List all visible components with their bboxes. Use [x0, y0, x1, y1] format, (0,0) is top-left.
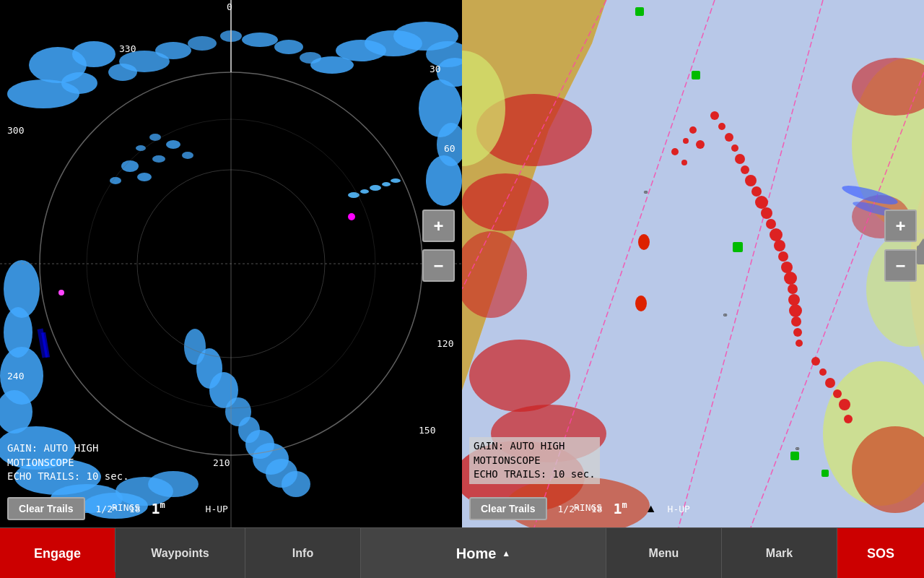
- svg-text:210: 210: [213, 457, 230, 468]
- svg-point-119: [796, 340, 803, 347]
- svg-text:300: 300: [7, 125, 24, 136]
- chart-zoom-in-button[interactable]: +: [884, 210, 917, 242]
- svg-point-113: [784, 272, 797, 285]
- svg-rect-137: [821, 470, 829, 477]
- svg-point-99: [718, 123, 725, 130]
- sos-button[interactable]: SOS: [837, 528, 924, 578]
- svg-point-7: [155, 42, 191, 59]
- svg-point-128: [833, 389, 842, 398]
- svg-point-110: [774, 240, 785, 251]
- radar-heading-icon: ▲: [183, 502, 195, 515]
- svg-point-106: [755, 196, 768, 209]
- svg-point-23: [360, 189, 369, 194]
- svg-text:⚭: ⚭: [722, 311, 728, 319]
- svg-point-129: [839, 399, 850, 410]
- svg-point-104: [745, 175, 757, 186]
- svg-point-102: [735, 154, 745, 164]
- svg-rect-134: [692, 71, 700, 79]
- svg-point-101: [731, 144, 738, 152]
- svg-point-125: [811, 357, 820, 366]
- svg-point-40: [152, 155, 165, 163]
- info-button[interactable]: Info: [245, 528, 361, 578]
- svg-point-115: [788, 294, 800, 306]
- svg-point-114: [788, 284, 798, 294]
- svg-point-138: [638, 234, 650, 250]
- radar-heading: H-UP: [206, 504, 228, 514]
- svg-text:30: 30: [430, 64, 441, 74]
- radar-gain: GAIN: AUTO HIGH: [7, 441, 129, 456]
- radar-one-nm: 1m: [151, 500, 165, 517]
- svg-point-56: [58, 290, 64, 296]
- svg-text:⚭: ⚭: [794, 444, 801, 453]
- svg-text:120: 120: [437, 338, 453, 349]
- chart-motionscope: MOTIONSCOPE: [474, 454, 596, 468]
- svg-point-21: [426, 155, 462, 206]
- svg-text:60: 60: [444, 143, 456, 154]
- svg-text:⚭: ⚭: [642, 188, 649, 197]
- chart-echo-trails: ECHO TRAILS: 10 sec.: [474, 467, 596, 482]
- svg-point-139: [635, 296, 647, 311]
- svg-point-121: [683, 138, 689, 144]
- svg-point-32: [148, 471, 199, 497]
- radar-rings-label: RINGS: [112, 502, 140, 513]
- svg-point-57: [348, 213, 355, 220]
- svg-point-109: [770, 228, 783, 241]
- chart-one-nm: 1m: [613, 500, 627, 517]
- svg-point-8: [188, 36, 217, 51]
- svg-point-43: [166, 140, 180, 149]
- svg-point-116: [789, 304, 802, 317]
- menu-button[interactable]: Menu: [606, 528, 722, 578]
- chart-gain: GAIN: AUTO HIGH: [474, 439, 596, 454]
- home-chevron-icon: ▲: [502, 548, 510, 558]
- svg-point-105: [751, 186, 762, 197]
- svg-point-124: [681, 160, 687, 165]
- svg-text:0: 0: [227, 1, 232, 12]
- svg-point-111: [778, 251, 788, 262]
- chart-heading-icon: ▲: [645, 502, 657, 515]
- svg-point-123: [671, 148, 679, 155]
- svg-point-103: [741, 165, 749, 174]
- svg-point-25: [382, 182, 391, 186]
- svg-point-4: [61, 72, 97, 94]
- svg-point-37: [121, 160, 139, 172]
- mark-button[interactable]: Mark: [722, 528, 837, 578]
- chart-bottom-bar: Clear Trails 1/2ᵐ 18 1m ▲ H-UP RINGS: [462, 497, 924, 520]
- svg-point-24: [370, 185, 381, 191]
- svg-point-117: [791, 316, 801, 327]
- radar-echo-trails: ECHO TRAILS: 10 sec.: [7, 470, 129, 484]
- svg-point-26: [391, 178, 401, 183]
- chart-clear-trails-button[interactable]: Clear Trails: [469, 497, 547, 520]
- chart-heading: H-UP: [668, 504, 690, 514]
- svg-text:240: 240: [7, 371, 24, 381]
- chart-rings-label: RINGS: [574, 502, 602, 513]
- svg-point-100: [725, 133, 733, 142]
- waypoints-button[interactable]: Waypoints: [116, 528, 245, 578]
- svg-rect-133: [635, 7, 644, 16]
- engage-button[interactable]: Engage: [0, 528, 116, 578]
- svg-text:330: 330: [119, 43, 136, 54]
- radar-info: GAIN: AUTO HIGH MOTIONSCOPE ECHO TRAILS:…: [7, 441, 129, 484]
- chart-zoom-out-button[interactable]: −: [884, 249, 917, 282]
- radar-panel: 330 300 240 30 60 120 150 210 0 GAIN: AU…: [0, 0, 462, 527]
- radar-motionscope: MOTIONSCOPE: [7, 456, 129, 470]
- svg-point-42: [149, 134, 161, 141]
- chart-panel: ⚓ ⚭ ⚭ ⚭ CULE BRIDGE FIXED BRIDGE FIXED B…: [462, 0, 924, 527]
- svg-rect-135: [733, 242, 743, 252]
- nav-bar: Engage Waypoints Info Home ▲ Menu Mark S…: [0, 527, 924, 578]
- indicator-bar: [0, 572, 116, 578]
- radar-zoom-in-button[interactable]: +: [422, 210, 455, 242]
- svg-point-120: [689, 126, 697, 134]
- radar-bottom-bar: Clear Trails 1/2ᵐ 18 1m ▲ H-UP RINGS: [0, 497, 462, 520]
- svg-point-10: [242, 33, 278, 47]
- svg-point-2: [72, 41, 116, 67]
- svg-point-130: [844, 415, 853, 423]
- svg-point-108: [766, 219, 776, 229]
- radar-clear-trails-button[interactable]: Clear Trails: [7, 497, 85, 520]
- chart-info: GAIN: AUTO HIGH MOTIONSCOPE ECHO TRAILS:…: [469, 437, 600, 484]
- svg-point-112: [781, 262, 793, 273]
- svg-point-79: [469, 340, 570, 412]
- svg-point-126: [819, 368, 827, 376]
- home-button[interactable]: Home ▲: [361, 528, 606, 578]
- radar-zoom-out-button[interactable]: −: [422, 249, 455, 282]
- svg-point-38: [137, 173, 152, 181]
